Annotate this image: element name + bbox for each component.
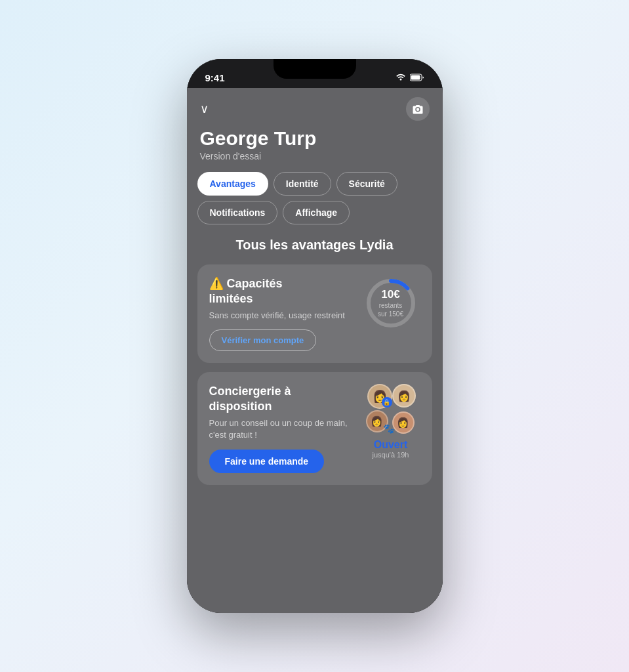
circle-amount: 10€ — [378, 288, 403, 301]
conciergerie-title: Conciergerie àdisposition — [209, 384, 352, 413]
user-subtitle: Version d'essai — [200, 151, 430, 161]
status-icons — [396, 74, 424, 81]
verifier-compte-button[interactable]: Vérifier mon compte — [209, 329, 317, 351]
tab-notifications[interactable]: Notifications — [197, 201, 278, 224]
circle-text: 10€ restantssur 150€ — [378, 288, 403, 318]
phone-content: ∨ George Turp Version d'essai Avantages … — [187, 88, 443, 613]
tab-securite[interactable]: Sécurité — [336, 172, 397, 196]
capacites-card-left: ⚠️ Capacitéslimitées Sans compte vérifié… — [209, 276, 352, 351]
top-bar: ∨ — [187, 88, 443, 127]
chevron-down-icon[interactable]: ∨ — [200, 102, 209, 116]
notch — [274, 59, 356, 79]
faire-demande-button[interactable]: Faire une demande — [209, 450, 325, 473]
open-label: Ouvert — [374, 439, 408, 451]
tab-affichage[interactable]: Affichage — [283, 201, 350, 224]
status-time: 9:41 — [205, 72, 225, 83]
paw-badge: 🐾 — [383, 423, 394, 434]
avatars-grid: 👩 🔒 👩 👩 🐾 👩 — [365, 384, 417, 436]
avatar-4: 👩 — [392, 411, 415, 434]
open-time: jusqu'à 19h — [373, 451, 409, 459]
capacites-card-right: 10€ restantssur 150€ — [361, 276, 420, 330]
conciergerie-card-right: 👩 🔒 👩 👩 🐾 👩 Ouvert jusqu'à 19h — [361, 384, 420, 459]
capacites-card: ⚠️ Capacitéslimitées Sans compte vérifié… — [197, 264, 432, 363]
tabs-container: Avantages Identité Sécurité Notification… — [187, 172, 443, 224]
wifi-icon — [396, 74, 406, 81]
camera-icon — [412, 104, 424, 114]
capacites-desc: Sans compte vérifié, usage restreint — [209, 310, 352, 322]
conciergerie-card-left: Conciergerie àdisposition Pour un consei… — [209, 384, 352, 472]
conciergerie-card: Conciergerie àdisposition Pour un consei… — [197, 372, 432, 484]
circle-label: restantssur 150€ — [378, 301, 403, 318]
tab-avantages[interactable]: Avantages — [197, 172, 268, 196]
capacites-title: ⚠️ Capacitéslimitées — [209, 276, 352, 306]
user-info: George Turp Version d'essai — [187, 127, 443, 172]
avatar-2: 👩 — [392, 384, 416, 408]
lock-badge: 🔒 — [382, 397, 392, 408]
phone-frame: 9:41 ∨ George Turp — [187, 59, 443, 613]
battery-icon — [410, 74, 424, 81]
user-name: George Turp — [200, 127, 430, 149]
section-title: Tous les avantages Lydia — [187, 238, 443, 253]
status-bar: 9:41 — [187, 59, 443, 88]
tab-identite[interactable]: Identité — [274, 172, 331, 196]
progress-circle: 10€ restantssur 150€ — [364, 276, 418, 330]
svg-rect-1 — [411, 75, 420, 80]
conciergerie-desc: Pour un conseil ou un coup de main, c'es… — [209, 417, 352, 441]
camera-button[interactable] — [406, 97, 430, 121]
